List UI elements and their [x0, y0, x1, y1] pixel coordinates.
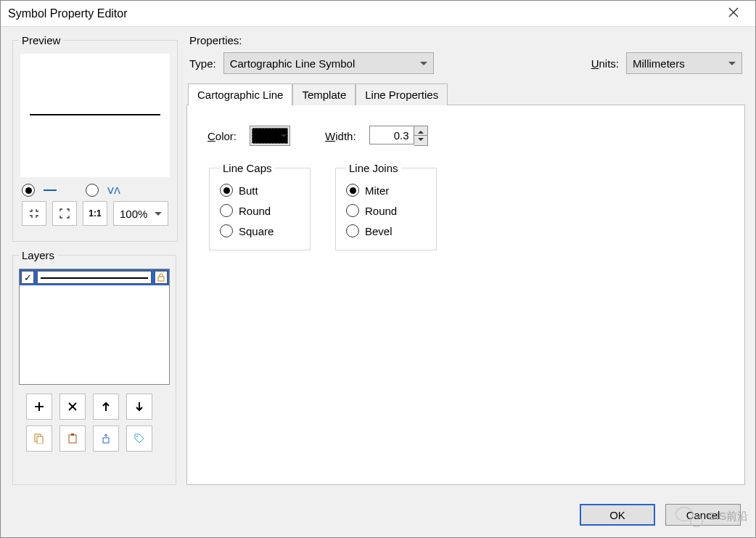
- arrow-down-icon: [134, 402, 144, 412]
- cancel-button[interactable]: Cancel: [665, 504, 741, 526]
- svg-rect-6: [71, 433, 74, 436]
- zoom-in-button[interactable]: [22, 201, 46, 226]
- width-spinner[interactable]: [369, 126, 428, 146]
- close-icon: [728, 7, 739, 17]
- copy-layer-button[interactable]: [26, 425, 52, 452]
- ok-button[interactable]: OK: [580, 504, 655, 526]
- tabstrip: Cartographic Line Template Line Properti…: [186, 83, 745, 105]
- contract-icon: [29, 208, 39, 219]
- type-label: Type:: [189, 57, 216, 70]
- plus-icon: [34, 402, 44, 412]
- join-round-radio[interactable]: Round: [346, 200, 426, 221]
- join-bevel-radio[interactable]: Bevel: [346, 221, 426, 241]
- width-label: Width:: [325, 130, 356, 142]
- svg-rect-7: [103, 438, 109, 443]
- zigzag-icon: ᐯᐱ: [107, 185, 120, 196]
- paste-above-button[interactable]: [93, 425, 119, 452]
- titlebar: Symbol Property Editor: [1, 1, 755, 27]
- radio-unchecked-icon: [220, 204, 233, 217]
- svg-rect-2: [158, 277, 164, 281]
- close-button[interactable]: [719, 7, 748, 20]
- chevron-up-icon: [418, 128, 424, 134]
- type-value: Cartographic Line Symbol: [230, 57, 356, 70]
- color-swatch-inner: [252, 128, 288, 144]
- preview-mode-line[interactable]: [22, 183, 57, 197]
- radio-unchecked-icon: [346, 204, 359, 217]
- layers-list[interactable]: ✓: [19, 269, 170, 385]
- dialog-footer: OK Cancel: [1, 492, 755, 537]
- tab-template[interactable]: Template: [292, 83, 356, 105]
- units-select[interactable]: Millimeters: [626, 52, 742, 74]
- paste-up-icon: [101, 433, 111, 444]
- tab-cartographic-line[interactable]: Cartographic Line: [188, 83, 292, 105]
- properties-panel: Properties: Type: Cartographic Line Symb…: [186, 34, 745, 485]
- layer-row[interactable]: ✓: [20, 269, 169, 285]
- cap-round-radio[interactable]: Round: [220, 200, 300, 221]
- units-value: Millimeters: [633, 57, 685, 70]
- width-input[interactable]: [369, 126, 414, 144]
- line-icon: [44, 189, 57, 191]
- units-label: Units:: [591, 57, 619, 70]
- add-layer-button[interactable]: [26, 394, 52, 420]
- cap-butt-radio[interactable]: Butt: [220, 180, 300, 200]
- preview-line-sample: [30, 114, 160, 115]
- copy-icon: [34, 433, 44, 444]
- radio-checked-icon: [22, 184, 35, 197]
- preview-canvas: [20, 54, 170, 177]
- expand-icon: [59, 208, 70, 219]
- radio-unchecked-icon: [86, 184, 99, 197]
- color-picker[interactable]: [250, 126, 290, 146]
- paste-icon: [67, 433, 78, 444]
- width-step-up[interactable]: [414, 126, 427, 136]
- width-step-down[interactable]: [414, 136, 427, 145]
- zoom-value: 100%: [120, 208, 147, 220]
- window-title: Symbol Property Editor: [8, 7, 719, 20]
- tab-line-properties[interactable]: Line Properties: [356, 83, 448, 105]
- tab-page: Color: Width:: [186, 105, 745, 485]
- zoom-select[interactable]: 100%: [113, 201, 168, 226]
- remove-layer-button[interactable]: [59, 394, 86, 420]
- preview-legend: Preview: [19, 34, 63, 46]
- preview-mode-zigzag[interactable]: ᐯᐱ: [86, 183, 120, 197]
- join-miter-radio[interactable]: Miter: [346, 180, 426, 200]
- radio-checked-icon: [220, 184, 233, 197]
- line-caps-legend: Line Caps: [220, 162, 275, 174]
- cap-square-radio[interactable]: Square: [220, 221, 300, 241]
- radio-unchecked-icon: [220, 224, 233, 237]
- svg-point-8: [136, 436, 138, 437]
- layer-lock-button[interactable]: [155, 271, 168, 284]
- line-caps-group: Line Caps Butt Round Squar: [209, 162, 311, 250]
- tag-icon: [134, 433, 144, 444]
- properties-heading: Properties:: [186, 34, 745, 48]
- move-layer-up-button[interactable]: [93, 394, 119, 420]
- layer-swatch: [37, 271, 152, 284]
- chevron-down-icon: [418, 138, 424, 144]
- lock-icon: [157, 273, 165, 282]
- move-layer-down-button[interactable]: [126, 394, 152, 420]
- svg-rect-5: [69, 435, 76, 443]
- layers-panel: Layers ✓: [12, 249, 176, 485]
- x-icon: [67, 402, 78, 412]
- type-select[interactable]: Cartographic Line Symbol: [223, 52, 434, 74]
- layer-visibility-checkbox[interactable]: ✓: [21, 271, 34, 284]
- radio-unchecked-icon: [346, 224, 359, 237]
- radio-checked-icon: [346, 184, 359, 197]
- one-to-one-button[interactable]: 1:1: [83, 201, 107, 226]
- zoom-out-button[interactable]: [52, 201, 77, 226]
- layers-legend: Layers: [19, 249, 57, 261]
- color-label: Color:: [208, 130, 237, 142]
- paste-layer-button[interactable]: [59, 425, 86, 452]
- tag-layer-button[interactable]: [126, 425, 152, 452]
- svg-rect-4: [37, 436, 43, 444]
- line-joins-group: Line Joins Miter Round Bev: [335, 162, 437, 250]
- dialog-window: Symbol Property Editor Preview: [0, 0, 756, 538]
- arrow-up-icon: [101, 402, 111, 412]
- line-joins-legend: Line Joins: [346, 162, 401, 174]
- preview-panel: Preview ᐯᐱ: [12, 34, 178, 242]
